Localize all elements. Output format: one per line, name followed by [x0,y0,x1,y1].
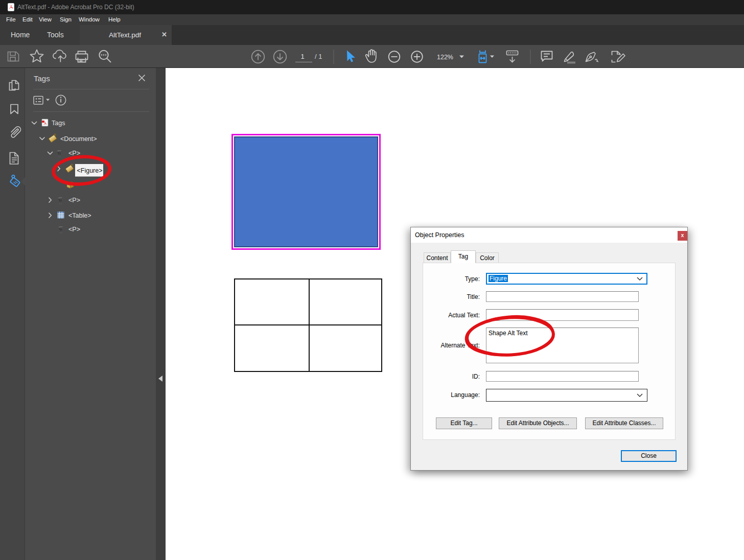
svg-text:¶: ¶ [58,196,62,205]
svg-text:1: 1 [300,53,304,60]
svg-text:<P>: <P> [68,197,80,204]
svg-text:122%: 122% [437,54,453,61]
svg-text:<Figure>: <Figure> [77,167,103,174]
svg-text:<P>: <P> [68,226,80,233]
svg-text:<Table>: <Table> [68,212,91,219]
svg-text:¶: ¶ [58,225,63,234]
svg-text:Tags: Tags [52,120,65,127]
svg-text:/ 1: / 1 [315,53,322,60]
svg-text:<Document>: <Document> [60,135,97,143]
svg-text:¶: ¶ [57,149,61,158]
svg-text:<P>: <P> [68,150,80,157]
